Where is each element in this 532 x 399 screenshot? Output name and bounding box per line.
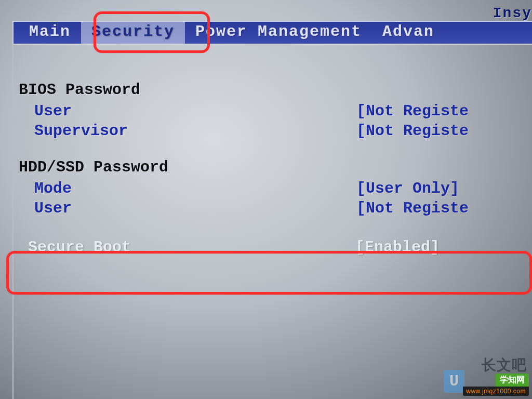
tab-main[interactable]: Main [19,22,81,44]
bios-content: BIOS Password User [Not Registe Supervis… [12,45,532,399]
bios-supervisor-value: [Not Registe [356,122,469,141]
bios-user-label: User [34,102,356,122]
row-secure-boot[interactable]: Secure Boot [Enabled] [14,235,532,260]
watermark-badge: U [444,370,464,393]
vendor-label: Insy [493,5,532,21]
watermark-site-name: 学知网 [496,374,529,387]
tab-power-management[interactable]: Power Management [185,22,372,44]
row-bios-supervisor[interactable]: Supervisor [Not Registe [14,122,532,141]
section-bios-password-title: BIOS Password [14,81,532,99]
row-bios-user[interactable]: User [Not Registe [14,102,532,122]
hdd-mode-value: [User Only] [356,179,459,199]
row-hdd-mode[interactable]: Mode [User Only] [14,179,532,199]
row-hdd-user[interactable]: User [Not Registe [14,199,532,219]
secure-boot-value: [Enabled] [355,238,440,256]
bios-screen: Insy Main Security Power Management Adva… [5,4,532,399]
tab-security[interactable]: Security [81,22,185,44]
section-hdd-password-title: HDD/SSD Password [14,158,532,176]
hdd-user-label: User [34,199,356,219]
hdd-user-value: [Not Registe [356,199,469,219]
watermark-site-url: www.jmqz1000.com [463,387,529,396]
secure-boot-label: Secure Boot [28,238,355,256]
bios-supervisor-label: Supervisor [34,122,356,141]
tab-advanced[interactable]: Advan [372,22,445,44]
tab-bar: Main Security Power Management Advan [12,21,532,45]
watermark-site: 学知网 www.jmqz1000.com [463,374,529,396]
bios-user-value: [Not Registe [356,102,469,122]
hdd-mode-label: Mode [34,179,356,199]
watermark-text-1: 长文吧 [482,355,527,375]
